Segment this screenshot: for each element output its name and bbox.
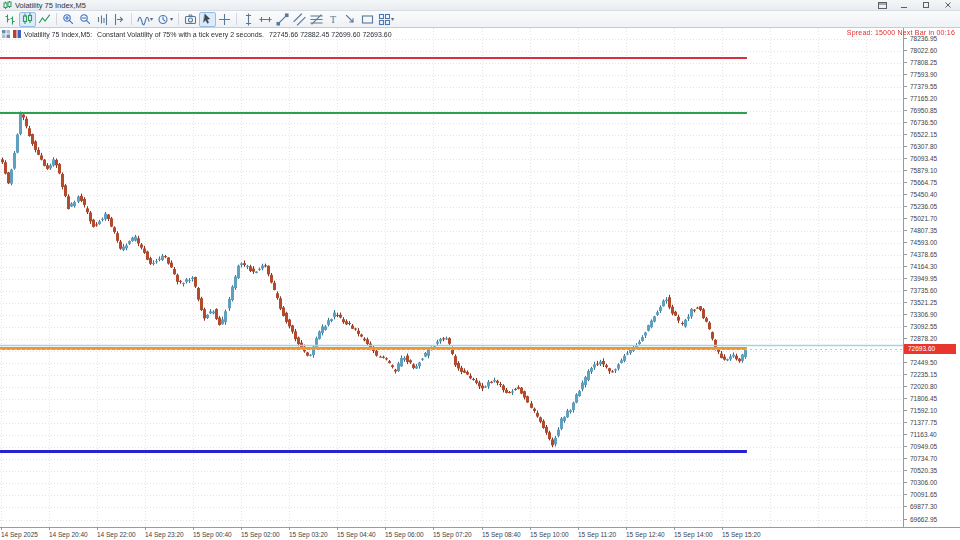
- price-tick-label: 73949.95: [910, 275, 937, 282]
- price-tick-label: 77593.90: [910, 71, 937, 78]
- toolbar-separator: [56, 13, 57, 25]
- cursor-button[interactable]: [199, 12, 216, 27]
- chart-canvas[interactable]: [0, 28, 903, 527]
- vertical-line-button[interactable]: [240, 12, 257, 27]
- auto-scroll-button[interactable]: [94, 12, 111, 27]
- time-tick-label: 15 Sep 02:00: [241, 531, 280, 538]
- price-tick-label: 72235.15: [910, 371, 937, 378]
- trade-panel-icon[interactable]: [13, 30, 21, 39]
- time-tick-label: 14 Sep 2025: [1, 531, 38, 538]
- indicators-icon: [137, 13, 150, 26]
- chart-app-icon: [3, 1, 12, 10]
- rectangle-button[interactable]: [359, 12, 376, 27]
- price-tick-label: 70734.70: [910, 455, 937, 462]
- price-tick-label: 71163.40: [910, 431, 937, 438]
- chart-panel-icon[interactable]: [2, 30, 10, 39]
- price-tick-label: 73735.60: [910, 287, 937, 294]
- price-tick-label: 76307.80: [910, 143, 937, 150]
- candles-button[interactable]: [19, 12, 36, 27]
- price-tick-label: 76522.15: [910, 131, 937, 138]
- crosshair-icon: [218, 13, 231, 26]
- time-tick-label: 15 Sep 00:40: [193, 531, 232, 538]
- close-button[interactable]: [940, 1, 956, 10]
- candles-icon: [21, 13, 34, 26]
- time-tick-label: 15 Sep 10:00: [530, 531, 569, 538]
- time-tick-label: 15 Sep 07:20: [433, 531, 472, 538]
- time-tick-label: 15 Sep 04:40: [337, 531, 376, 538]
- price-tick-label: 71806.45: [910, 395, 937, 402]
- zoom-in-button[interactable]: [60, 12, 77, 27]
- channel-button[interactable]: [291, 12, 308, 27]
- horizontal-line-button[interactable]: [257, 12, 274, 27]
- toolbar-separator: [236, 13, 237, 25]
- zoom-out-icon: [79, 13, 92, 26]
- price-tick-label: 69662.95: [910, 516, 937, 523]
- time-tick-label: 14 Sep 20:40: [49, 531, 88, 538]
- price-tick-label: 74164.30: [910, 263, 937, 270]
- price-tick-label: 75879.10: [910, 167, 937, 174]
- camera-button[interactable]: [182, 12, 199, 27]
- time-axis[interactable]: 14 Sep 202514 Sep 20:4014 Sep 22:0014 Se…: [0, 527, 960, 540]
- price-tick-label: 77808.25: [910, 59, 937, 66]
- line-chart-icon: [38, 13, 51, 26]
- timeframes-button[interactable]: ▾: [155, 12, 175, 27]
- arrow-tool-button[interactable]: [342, 12, 359, 27]
- price-tick-label: 70949.05: [910, 443, 937, 450]
- trendline-button[interactable]: [274, 12, 291, 27]
- objects-icon: [378, 13, 391, 26]
- toolbar-separator: [131, 13, 132, 25]
- chart-shift-button[interactable]: [111, 12, 128, 27]
- price-tick-label: 76736.50: [910, 119, 937, 126]
- chevron-down-icon: ▾: [170, 16, 173, 22]
- price-axis[interactable]: 72693.60 78236.9578022.6077808.2577593.9…: [903, 28, 960, 527]
- price-tick-label: 74593.00: [910, 239, 937, 246]
- trendline-icon: [276, 13, 289, 26]
- arrow-tool-icon: [344, 13, 357, 26]
- title-bar[interactable]: Volatility 75 Index,M5: [0, 0, 960, 11]
- current-price-flag: 72693.60: [904, 344, 956, 354]
- minimize-button[interactable]: [896, 1, 912, 10]
- price-tick-label: 74807.35: [910, 227, 937, 234]
- price-tick-label: 73092.55: [910, 323, 937, 330]
- price-tick-label: 71592.10: [910, 407, 937, 414]
- price-tick-label: 78022.60: [910, 47, 937, 54]
- mt5-chart-window: Volatility 75 Index,M5 ▾▾T▾: [0, 0, 960, 540]
- time-tick-label: 15 Sep 11:20: [578, 531, 616, 538]
- price-tick-label: 72020.80: [910, 383, 937, 390]
- objects-button[interactable]: ▾: [376, 12, 396, 27]
- cursor-icon: [201, 13, 214, 26]
- fibonacci-icon: [310, 13, 323, 26]
- time-tick-label: 14 Sep 22:00: [97, 531, 136, 538]
- price-tick-label: 69877.30: [910, 503, 937, 510]
- toolbar: ▾▾T▾: [0, 11, 960, 28]
- price-tick-label: 72878.20: [910, 335, 937, 342]
- horizontal-line-icon: [259, 13, 272, 26]
- zoom-in-icon: [62, 13, 75, 26]
- channel-icon: [293, 13, 306, 26]
- window-title: Volatility 75 Index,M5: [15, 1, 86, 10]
- price-tick-label: 70091.65: [910, 491, 937, 498]
- time-tick-label: 15 Sep 14:00: [674, 531, 713, 538]
- time-tick-label: 15 Sep 03:20: [289, 531, 328, 538]
- price-tick-label: 74378.65: [910, 251, 937, 258]
- zoom-out-button[interactable]: [77, 12, 94, 27]
- fibonacci-button[interactable]: [308, 12, 325, 27]
- price-tick-label: 76093.45: [910, 155, 937, 162]
- price-tick-label: 75021.70: [910, 215, 937, 222]
- text-icon: T: [327, 13, 340, 26]
- info-symbol-period: Volatility 75 Index,M5:: [24, 31, 92, 38]
- line-chart-button[interactable]: [36, 12, 53, 27]
- timeframes-icon: [157, 13, 170, 26]
- restore-button[interactable]: [918, 1, 934, 10]
- text-button[interactable]: T: [325, 12, 342, 27]
- dock-window-button[interactable]: [874, 1, 890, 10]
- info-description: Constant Volatility of 75% with a tick e…: [97, 31, 264, 38]
- bars-button[interactable]: [2, 12, 19, 27]
- indicators-button[interactable]: ▾: [135, 12, 155, 27]
- crosshair-button[interactable]: [216, 12, 233, 27]
- bars-icon: [4, 13, 17, 26]
- spread-next-bar-label: Spread: 15000 Next Bar in 00:16: [847, 29, 955, 36]
- chart-shift-icon: [113, 13, 126, 26]
- chart-info-line: Volatility 75 Index,M5: Constant Volatil…: [2, 30, 394, 39]
- price-tick-label: 71377.75: [910, 419, 937, 426]
